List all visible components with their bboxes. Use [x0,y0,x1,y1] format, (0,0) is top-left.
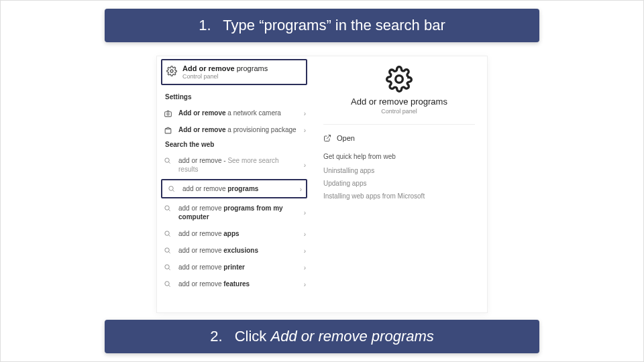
svg-point-0 [170,70,173,72]
chevron-right-icon: › [304,208,306,217]
svg-point-5 [169,186,173,190]
chevron-right-icon: › [304,125,306,134]
open-label: Open [337,134,355,142]
section-search-web: Search the web [157,138,311,152]
package-icon [164,126,172,135]
web-result[interactable]: add or remove apps› [157,225,311,242]
settings-result[interactable]: Add or remove a provisioning package› [157,121,311,138]
settings-result[interactable]: Add or remove a network camera› [157,105,311,121]
help-link[interactable]: Installing web apps from Microsoft [323,190,475,202]
step-text: Type “programs” in the search bar [223,17,445,34]
chevron-right-icon: › [304,161,306,170]
chevron-right-icon: › [304,263,306,272]
chevron-right-icon: › [304,280,306,288]
preview-title: Add or remove programs [323,97,475,107]
instruction-step-2: 2. Click Add or remove programs [105,320,539,353]
result-subtitle: Control panel [182,73,302,80]
svg-point-11 [396,76,403,83]
windows-search-screenshot: Add or remove programs Control panel Set… [156,56,488,313]
search-icon [164,280,171,288]
web-result[interactable]: add or remove features› [157,276,311,292]
svg-point-9 [165,265,169,269]
gear-icon [323,66,475,93]
section-settings: Settings [157,90,311,105]
search-icon [164,247,171,254]
svg-point-10 [165,282,169,286]
search-icon [164,263,171,271]
chevron-right-icon: › [304,246,306,255]
search-icon [168,185,175,192]
web-result[interactable]: add or remove exclusions› [157,242,311,259]
svg-rect-1 [165,112,172,117]
web-result[interactable]: add or remove printer› [157,259,311,276]
help-header: Get quick help from web [323,153,475,160]
result-title: Add or remove programs [182,64,302,72]
web-result[interactable]: add or remove programs from my computer› [157,200,311,225]
instruction-step-1: 1. Type “programs” in the search bar [105,9,539,42]
web-result[interactable]: add or remove - See more search results› [157,152,311,178]
svg-point-2 [167,113,169,115]
open-icon [323,134,331,142]
search-icon [164,230,171,237]
web-result[interactable]: add or remove programs› [161,179,307,198]
step-text-emphasis: Add or remove programs [270,328,433,345]
step-number: 2. [210,328,222,345]
svg-point-4 [165,158,169,162]
chevron-right-icon: › [304,109,306,117]
camera-icon [164,109,172,118]
best-match-add-remove-programs[interactable]: Add or remove programs Control panel [161,59,307,85]
search-icon [164,157,171,164]
gear-icon [166,66,177,76]
help-link[interactable]: Updating apps [323,177,475,190]
search-results-panel: Add or remove programs Control panel Set… [157,56,311,312]
open-button[interactable]: Open [323,131,475,145]
svg-point-8 [165,248,169,252]
preview-panel: Add or remove programs Control panel Ope… [311,56,487,312]
step-number: 1. [199,17,211,34]
search-icon [164,204,171,212]
help-link[interactable]: Uninstalling apps [323,164,475,177]
svg-rect-3 [165,129,171,133]
divider [323,124,475,125]
chevron-right-icon: › [304,229,306,238]
svg-point-7 [165,231,169,235]
preview-subtitle: Control panel [323,108,475,115]
chevron-right-icon: › [300,184,302,193]
step-text-prefix: Click [235,328,271,345]
svg-point-6 [165,206,169,210]
